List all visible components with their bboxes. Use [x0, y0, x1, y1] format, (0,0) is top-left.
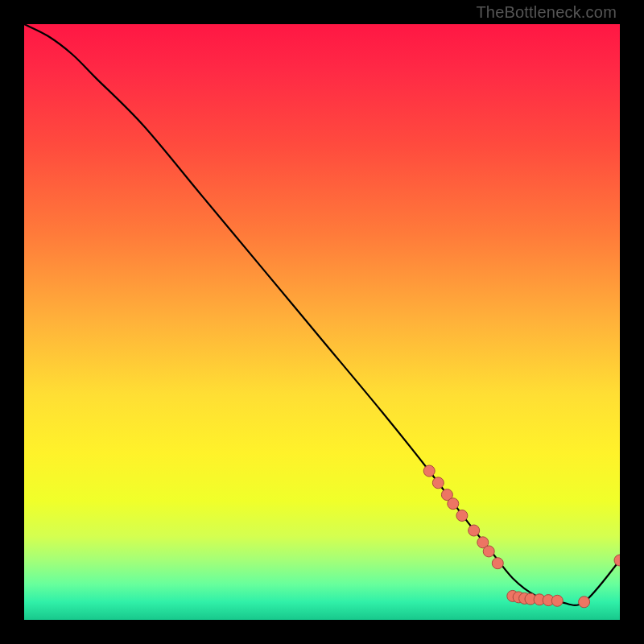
data-marker [469, 525, 480, 536]
data-marker [614, 555, 620, 566]
data-marker [423, 465, 435, 477]
bottleneck-curve-line [24, 24, 620, 605]
data-marker [492, 558, 503, 569]
chart-frame [24, 24, 620, 620]
data-marker [432, 477, 444, 489]
data-marker [483, 546, 494, 557]
watermark-text: TheBottleneck.com [476, 3, 617, 22]
data-marker [579, 597, 590, 608]
chart-overlay [24, 24, 620, 620]
data-marker [448, 498, 459, 510]
data-marker [456, 510, 468, 522]
data-marker [551, 595, 563, 606]
